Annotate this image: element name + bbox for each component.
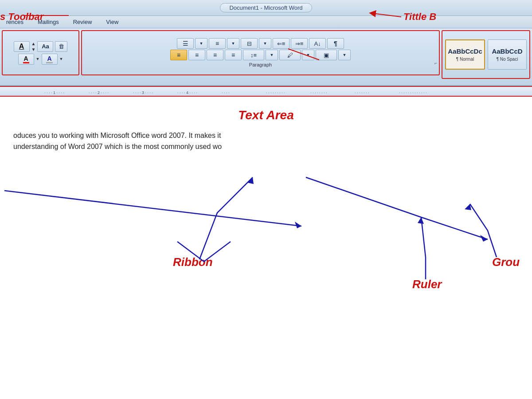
menu-bar: rences Mailings Review View bbox=[0, 16, 532, 28]
align-center-btn[interactable]: ≡ bbox=[188, 50, 205, 60]
paragraph-dialog-launcher[interactable]: ⌐ bbox=[434, 61, 437, 66]
blue-arrowhead-group bbox=[465, 204, 471, 210]
paragraph-label: Paragraph bbox=[249, 62, 272, 67]
blue-v-shape bbox=[177, 242, 231, 262]
font-color-btn[interactable]: A bbox=[18, 54, 34, 65]
blue-arrow-ribbon bbox=[200, 177, 253, 259]
menu-mailings[interactable]: Mailings bbox=[35, 18, 62, 26]
decrease-indent-btn[interactable]: ⇐≡ bbox=[273, 38, 289, 49]
window-title: Document1 - Microsoft Word bbox=[220, 3, 312, 12]
clear-format-btn[interactable]: 🗑 bbox=[55, 41, 67, 52]
shading-dropdown[interactable]: ▼ bbox=[302, 50, 314, 60]
line-spacing-dropdown[interactable]: ▼ bbox=[266, 50, 278, 60]
line-spacing-btn[interactable]: ↕≡ bbox=[243, 50, 264, 60]
blue-arrow-ruler bbox=[421, 217, 426, 279]
blue-arrowhead-ruler bbox=[418, 217, 424, 224]
paragraph-group: ☰ ▼ ≡ ▼ ⊟ ▼ ⇐≡ ⇒≡ A↓ ¶ ≡ ≡ ≡ ≡ ↕≡ ▼ 🖊 ▼ bbox=[81, 30, 440, 75]
styles-group: AaBbCcDc ¶ Normal AaBbCcD ¶ No Spaci bbox=[442, 30, 530, 79]
style-nospace-name: ¶ No Spaci bbox=[497, 57, 518, 62]
numbering-dropdown[interactable]: ▼ bbox=[227, 38, 239, 49]
bullets-dropdown[interactable]: ▼ bbox=[195, 38, 207, 49]
style-nospace-preview: AaBbCcD bbox=[492, 47, 522, 55]
multilevel-btn[interactable]: ⊟ bbox=[241, 38, 258, 49]
align-right-btn[interactable]: ≡ bbox=[207, 50, 223, 60]
align-left-btn[interactable]: ≡ bbox=[170, 50, 187, 60]
sort-btn[interactable]: A↓ bbox=[309, 38, 326, 49]
text-line-2: understanding of Word 2007 which is the … bbox=[13, 141, 519, 153]
group-annotation: Grou bbox=[492, 255, 520, 269]
style-normal-name: ¶ Normal bbox=[456, 57, 474, 62]
format-paint-btn[interactable]: Aa bbox=[37, 41, 53, 52]
menu-review[interactable]: Review bbox=[70, 18, 95, 26]
ribbon: A ▲ ▼ Aa 🗑 A ▼ A ▼ bbox=[0, 28, 532, 86]
justify-btn[interactable]: ≡ bbox=[225, 50, 242, 60]
borders-btn[interactable]: ▣ bbox=[316, 50, 337, 60]
blue-arrow-group bbox=[470, 204, 497, 257]
numbering-btn[interactable]: ≡ bbox=[209, 38, 226, 49]
increase-indent-btn[interactable]: ⇒≡ bbox=[291, 38, 308, 49]
style-normal[interactable]: AaBbCcDc ¶ Normal bbox=[445, 39, 485, 70]
blue-arrowhead-1 bbox=[295, 222, 301, 228]
font-group: A ▲ ▼ Aa 🗑 A ▼ A ▼ bbox=[2, 30, 79, 75]
menu-view[interactable]: View bbox=[103, 18, 121, 26]
shading-btn[interactable]: 🖊 bbox=[279, 50, 301, 60]
style-nospace[interactable]: AaBbCcD ¶ No Spaci bbox=[488, 39, 527, 70]
font-size-btn[interactable]: A bbox=[14, 41, 30, 52]
blue-arrowhead-ribbon bbox=[247, 177, 254, 184]
blue-arrow-1 bbox=[4, 191, 301, 226]
text-area-label: Text Area bbox=[13, 106, 519, 125]
text-area[interactable]: Text Area oduces you to working with Mic… bbox=[0, 97, 532, 161]
ruler-annotation: Ruler bbox=[412, 278, 442, 291]
blue-arrowhead-2 bbox=[480, 235, 488, 242]
para-row-2: ≡ ≡ ≡ ≡ ↕≡ ▼ 🖊 ▼ ▣ ▼ bbox=[170, 50, 351, 60]
menu-references[interactable]: rences bbox=[4, 18, 26, 26]
ruler-scale: · · · · 1 · · · · · · · · 2 · · · · · · … bbox=[0, 87, 532, 96]
ribbon-annotation: Ribbon bbox=[173, 255, 213, 269]
text-line-1: oduces you to working with Microsoft Off… bbox=[13, 130, 519, 141]
blue-arrow-2 bbox=[306, 177, 488, 239]
bullets-btn[interactable]: ☰ bbox=[177, 38, 194, 49]
style-normal-preview: AaBbCcDc bbox=[448, 47, 482, 55]
title-bar: Document1 - Microsoft Word bbox=[0, 0, 532, 16]
borders-dropdown[interactable]: ▼ bbox=[338, 50, 351, 60]
ruler: · · · · 1 · · · · · · · · 2 · · · · · · … bbox=[0, 86, 532, 97]
show-hide-btn[interactable]: ¶ bbox=[327, 38, 344, 49]
multilevel-dropdown[interactable]: ▼ bbox=[259, 38, 271, 49]
highlight-btn[interactable]: A bbox=[42, 54, 58, 65]
para-row-1: ☰ ▼ ≡ ▼ ⊟ ▼ ⇐≡ ⇒≡ A↓ ¶ bbox=[177, 38, 344, 49]
